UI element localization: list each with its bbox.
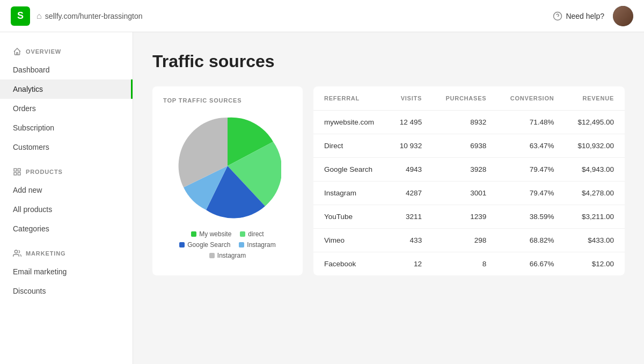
chart-card: TOP TRAFFIC SOURCES — [152, 86, 303, 275]
logo[interactable]: S — [11, 6, 30, 26]
help-button[interactable]: Need help? — [553, 11, 604, 21]
traffic-table: REFERRAL VISITS PURCHASES CONVERSION REV… — [313, 86, 625, 275]
svg-rect-5 — [18, 172, 20, 175]
marketing-icon — [13, 249, 21, 258]
sidebar: OVERVIEW Dashboard Analytics Orders Subs… — [0, 32, 133, 364]
sidebar-item-discounts[interactable]: Discounts — [0, 281, 133, 301]
table-row: Vimeo 433 298 68.82% $433.00 — [313, 229, 625, 252]
legend-dot-direct — [240, 231, 245, 237]
svg-rect-2 — [14, 169, 17, 171]
cell-referral: Facebook — [313, 252, 387, 276]
chart-title: TOP TRAFFIC SOURCES — [163, 97, 292, 104]
cell-visits: 3211 — [387, 205, 433, 229]
cell-visits: 4287 — [387, 181, 433, 205]
cell-revenue: $12.00 — [565, 252, 625, 276]
table-row: Facebook 12 8 66.67% $12.00 — [313, 252, 625, 276]
url-text: sellfy.com/hunter-brassington — [45, 12, 143, 20]
legend-item-instagram-gray: Instagram — [209, 252, 246, 259]
products-icon — [13, 168, 21, 176]
sidebar-item-all-products[interactable]: All products — [0, 200, 133, 219]
col-referral: REFERRAL — [313, 86, 387, 111]
overview-icon — [13, 47, 21, 56]
avatar[interactable] — [613, 6, 633, 26]
header-right: Need help? — [553, 6, 633, 26]
cell-purchases: 298 — [433, 229, 497, 252]
legend-dot-mywebsite — [191, 231, 196, 237]
cell-revenue: $433.00 — [565, 229, 625, 252]
cell-visits: 12 — [387, 252, 433, 276]
cell-revenue: $12,495.00 — [565, 111, 625, 134]
main-content: Traffic sources TOP TRAFFIC SOURCES — [133, 32, 644, 364]
legend-dot-instagram-gray — [209, 253, 215, 258]
svg-rect-4 — [14, 172, 17, 175]
table-row: Direct 10 932 6938 63.47% $10,932.00 — [313, 134, 625, 158]
svg-point-6 — [14, 250, 17, 253]
content-grid: TOP TRAFFIC SOURCES — [152, 86, 625, 275]
table-row: YouTube 3211 1239 38.59% $3,211.00 — [313, 205, 625, 229]
cell-referral: mywebsite.com — [313, 111, 387, 134]
sidebar-item-orders[interactable]: Orders — [0, 99, 133, 118]
cell-conversion: 38.59% — [497, 205, 565, 229]
logo-text: S — [17, 10, 24, 21]
cell-revenue: $10,932.00 — [565, 134, 625, 158]
table-row: Instagram 4287 3001 79.47% $4,278.00 — [313, 181, 625, 205]
cell-purchases: 1239 — [433, 205, 497, 229]
col-purchases: PURCHASES — [433, 86, 497, 111]
col-revenue: REVENUE — [565, 86, 625, 111]
legend-item-direct: direct — [240, 230, 264, 238]
cell-conversion: 71.48% — [497, 111, 565, 134]
legend-dot-instagram-blue — [239, 242, 244, 247]
cell-referral: Instagram — [313, 181, 387, 205]
cell-conversion: 68.82% — [497, 229, 565, 252]
cell-purchases: 8 — [433, 252, 497, 276]
cell-referral: Google Search — [313, 158, 387, 181]
table-body: mywebsite.com 12 495 8932 71.48% $12,495… — [313, 111, 625, 276]
legend-item-google: Google Search — [179, 241, 230, 249]
traffic-table-card: REFERRAL VISITS PURCHASES CONVERSION REV… — [313, 86, 625, 275]
url-bar: ⌂ sellfy.com/hunter-brassington — [36, 11, 143, 21]
table-header-row: REFERRAL VISITS PURCHASES CONVERSION REV… — [313, 86, 625, 111]
cell-revenue: $4,943.00 — [565, 158, 625, 181]
col-conversion: CONVERSION — [497, 86, 565, 111]
cell-visits: 433 — [387, 229, 433, 252]
cell-purchases: 3928 — [433, 158, 497, 181]
cell-conversion: 66.67% — [497, 252, 565, 276]
svg-rect-3 — [18, 169, 20, 171]
col-visits: VISITS — [387, 86, 433, 111]
cell-conversion: 79.47% — [497, 181, 565, 205]
sidebar-item-customers[interactable]: Customers — [0, 137, 133, 157]
products-section-title: PRODUCTS — [0, 161, 133, 180]
table-row: Google Search 4943 3928 79.47% $4,943.00 — [313, 158, 625, 181]
table-header: REFERRAL VISITS PURCHASES CONVERSION REV… — [313, 86, 625, 111]
home-icon: ⌂ — [36, 11, 42, 21]
cell-referral: YouTube — [313, 205, 387, 229]
cell-visits: 4943 — [387, 158, 433, 181]
pie-chart — [174, 112, 281, 220]
cell-referral: Vimeo — [313, 229, 387, 252]
sidebar-item-subscription[interactable]: Subscription — [0, 118, 133, 137]
help-label: Need help? — [566, 12, 604, 20]
table-row: mywebsite.com 12 495 8932 71.48% $12,495… — [313, 111, 625, 134]
cell-purchases: 6938 — [433, 134, 497, 158]
cell-referral: Direct — [313, 134, 387, 158]
legend-dot-google — [179, 242, 185, 247]
sidebar-item-dashboard[interactable]: Dashboard — [0, 60, 133, 79]
pie-svg — [174, 112, 281, 220]
cell-visits: 10 932 — [387, 134, 433, 158]
header-left: S ⌂ sellfy.com/hunter-brassington — [11, 6, 143, 26]
cell-conversion: 63.47% — [497, 134, 565, 158]
avatar-image — [613, 6, 633, 26]
marketing-section-title: MARKETING — [0, 243, 133, 262]
cell-purchases: 8932 — [433, 111, 497, 134]
cell-conversion: 79.47% — [497, 158, 565, 181]
sidebar-item-analytics[interactable]: Analytics — [0, 79, 133, 99]
sidebar-item-email-marketing[interactable]: Email marketing — [0, 262, 133, 281]
header: S ⌂ sellfy.com/hunter-brassington Need h… — [0, 0, 644, 32]
cell-visits: 12 495 — [387, 111, 433, 134]
sidebar-item-categories[interactable]: Categories — [0, 219, 133, 238]
sidebar-item-add-new[interactable]: Add new — [0, 180, 133, 200]
help-icon — [553, 11, 562, 21]
overview-section-title: OVERVIEW — [0, 41, 133, 60]
legend-item-instagram-blue: Instagram — [239, 241, 275, 249]
page-title: Traffic sources — [152, 52, 625, 71]
